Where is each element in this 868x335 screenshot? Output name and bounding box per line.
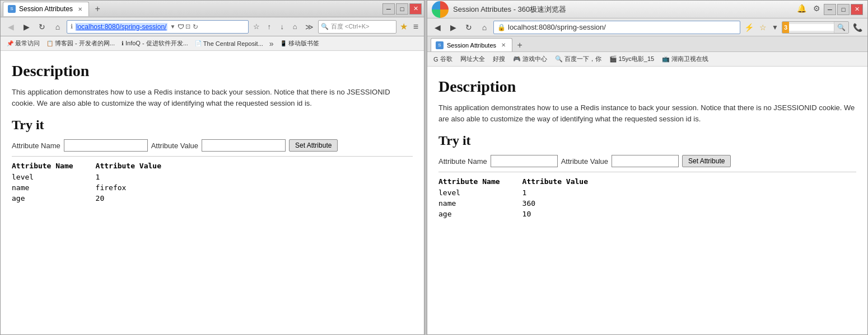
right-attr-table: Attribute Name Attribute Value level1nam… [438,176,610,219]
right-tel-icon: 📞 [851,23,864,32]
left-forward-btn[interactable]: ▶ [20,20,33,34]
right-forward-btn[interactable]: ▶ [446,21,460,34]
right-tab-title: Session Attributes [447,42,496,49]
table-cell-value: firefox [96,182,184,193]
right-page-content: Description This application demonstrate… [427,67,867,334]
left-menu-icon[interactable]: ≡ [411,22,421,32]
right-bookmark-baidu-label: 百度一下，你 [564,55,601,63]
right-address-text: localhost:8080/spring-session/ [508,23,606,31]
left-bookmark-frequent[interactable]: 📌 最常访问 [4,38,43,49]
right-bookmark-15yc-icon: 🎬 [609,55,617,63]
table-cell-value: 1 [96,172,184,182]
left-page-content: Description This application demonstrate… [1,51,424,334]
left-download-icon[interactable]: ↓ [277,21,288,32]
table-cell-value: 20 [96,193,184,204]
right-security-icon: 🔒 [497,23,506,31]
right-browser-window: Session Attributes - 360极速浏览器 🔔 ⚙ ─ □ ✕ … [427,0,868,335]
left-more-icon[interactable]: ≫ [303,22,316,31]
right-home-btn[interactable]: ⌂ [478,21,491,34]
table-row: age20 [12,193,184,204]
right-bookmark-15yc-label: 15yc电影_15 [619,55,655,63]
left-bookmark-infoq[interactable]: ℹ InfoQ - 促进软件开发... [119,38,191,49]
right-active-tab[interactable]: S Session Attributes ✕ [431,38,512,51]
left-bookmark-mobile[interactable]: 📱 移动版书签 [277,38,322,49]
left-search-icon: 🔍 [321,23,329,30]
left-tryit-heading: Try it [12,117,413,133]
left-bookmark-icon[interactable]: ★ [399,21,409,32]
table-cell-value: 1 [522,187,610,198]
left-infoq-icon: ℹ [122,40,124,46]
left-tab-favicon: S [8,5,16,13]
right-restore-btn[interactable]: □ [837,4,850,15]
right-set-attribute-btn[interactable]: Set Attribute [682,155,731,167]
left-maximize-btn[interactable]: □ [396,3,408,15]
left-browser-window: S Session Attributes ✕ + ─ □ ✕ ◀ ▶ ↻ ⌂ ℹ… [0,0,424,335]
right-attr-name-input[interactable] [491,155,558,167]
left-address-bar[interactable]: ℹ localhost:8080/spring-session/ ▼ 🛡 ⊡ ↻ [67,20,249,34]
left-win-controls: ─ □ ✕ [382,3,422,15]
right-title-bar: Session Attributes - 360极速浏览器 🔔 ⚙ ─ □ ✕ [427,1,867,18]
right-address-bar[interactable]: 🔒 localhost:8080/spring-session/ [493,21,740,34]
right-tab-favicon: S [436,41,444,49]
left-bookmark-cnblogs[interactable]: 📋 博客园 - 开发者的网... [44,38,118,49]
left-mobile-icon: 📱 [280,40,287,46]
right-logo [432,1,449,18]
left-new-tab-button[interactable]: + [91,3,104,15]
left-title-bar: S Session Attributes ✕ + ─ □ ✕ [1,1,424,17]
left-attr-name-label: Attribute Name [12,141,60,150]
left-minimize-btn[interactable]: ─ [382,3,395,15]
table-cell-name: name [438,198,522,209]
right-bookmark-haosou[interactable]: 好搜 [490,54,508,64]
right-star-icon[interactable]: ☆ [758,23,768,32]
right-back-btn[interactable]: ◀ [431,21,444,34]
right-bookmark-baidu[interactable]: 🔍 百度一下，你 [552,54,604,64]
right-search-engine-icon: 3 [782,22,789,33]
left-frequent-icon: 📌 [7,40,13,46]
left-bookmark-central[interactable]: 📄 The Central Reposit... [192,39,266,48]
table-cell-name: level [438,187,522,198]
left-share-icon[interactable]: ↑ [264,21,275,32]
right-bookmark-hunantv-icon: 📺 [662,55,670,63]
left-search-placeholder: 百度 <Ctrl+K> [331,22,370,31]
right-attr-value-input[interactable] [612,155,679,167]
right-notification-icon[interactable]: 🔔 [794,4,810,15]
left-description-text: This application demonstrates how to use… [12,87,413,108]
right-bookmark-hunantv[interactable]: 📺 湖南卫视在线 [659,54,711,64]
left-tab-close[interactable]: ✕ [76,6,84,13]
table-row: name360 [438,198,610,209]
left-star-icon[interactable]: ☆ [251,21,262,32]
left-bookmarks-more[interactable]: » [267,38,276,49]
right-search-input[interactable] [789,24,834,31]
right-bookmark-webdir[interactable]: 网址大全 [458,54,488,64]
right-search-btn[interactable]: 🔍 [834,21,848,34]
left-attr-name-input[interactable] [64,139,148,152]
left-active-tab[interactable]: S Session Attributes ✕ [3,2,89,16]
right-bookmark-games[interactable]: 🎮 游戏中心 [510,54,550,64]
left-bookmarks-bar: 📌 最常访问 📋 博客园 - 开发者的网... ℹ InfoQ - 促进软件开发… [1,36,424,51]
table-row: level1 [12,172,184,182]
right-table-col2: Attribute Value [522,176,610,187]
left-home-btn[interactable]: ⌂ [51,20,64,34]
right-close-btn[interactable]: ✕ [851,4,863,15]
table-cell-name: age [12,193,96,204]
left-attr-value-input[interactable] [202,139,286,152]
right-bookmark-15yc[interactable]: 🎬 15yc电影_15 [606,54,657,64]
left-block-icon: ⊡ [185,23,190,30]
right-settings-icon[interactable]: ⚙ [811,4,823,15]
left-nav-bar: ◀ ▶ ↻ ⌂ ℹ localhost:8080/spring-session/… [1,17,424,36]
left-search-bar[interactable]: 🔍 百度 <Ctrl+K> [318,20,396,34]
right-refresh-btn2[interactable]: ↻ [462,21,475,34]
right-new-tab-btn[interactable]: + [514,39,526,51]
left-home2-icon[interactable]: ⌂ [290,21,301,32]
right-attr-value-label: Attribute Value [561,157,608,166]
right-bookmark-google[interactable]: G 谷歌 [431,54,455,64]
left-bookmark-label-1: 博客园 - 开发者的网... [55,39,115,48]
right-tab-close[interactable]: ✕ [500,41,507,49]
left-close-btn[interactable]: ✕ [409,3,422,15]
left-set-attribute-btn[interactable]: Set Attribute [289,139,338,152]
right-more-icon2[interactable]: ▼ [771,23,780,31]
left-back-btn[interactable]: ◀ [4,20,17,34]
right-bookmarks-bar: G 谷歌 网址大全 好搜 🎮 游戏中心 🔍 百度一下，你 🎬 15yc电影_15… [427,52,867,67]
left-refresh-btn[interactable]: ↻ [35,20,49,34]
right-minimize-btn[interactable]: ─ [824,4,836,15]
